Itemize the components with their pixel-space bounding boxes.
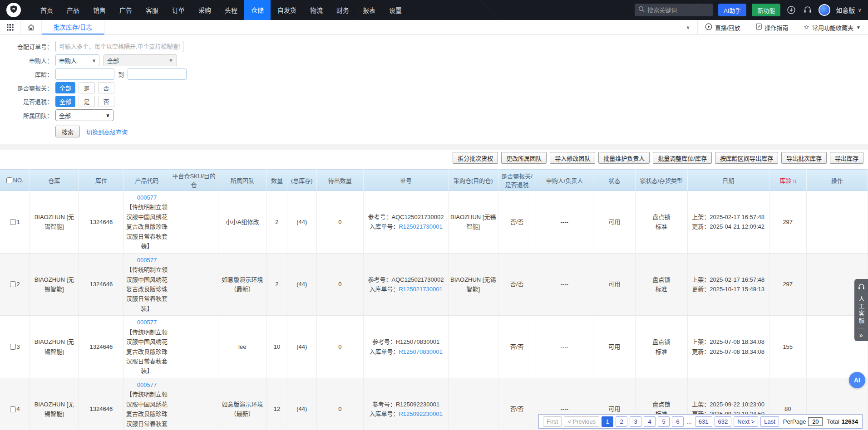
applicant-type-select[interactable]: 申购人∨ (55, 54, 99, 66)
nav-item-10[interactable]: 自发货 (271, 0, 303, 20)
row-select-cell: 2 (0, 253, 30, 316)
tax-no-button[interactable]: 否 (98, 96, 114, 107)
nav-item-14[interactable]: 设置 (382, 0, 409, 20)
order-no-input[interactable] (55, 41, 183, 52)
row-number: 2 (17, 279, 20, 289)
nav-item-8[interactable]: 头程 (218, 0, 244, 20)
stock-type: 标准 (637, 284, 686, 294)
page-button-6[interactable]: 6 (672, 416, 684, 427)
stock-age-min-input[interactable] (55, 68, 114, 80)
reference-no: 参考号：R125092230001 (365, 400, 447, 409)
nav-item-5[interactable]: 客服 (139, 0, 165, 20)
customs-no-button[interactable]: 否 (98, 82, 114, 93)
product-name: 【传统明制立领汉服中国风绣花复古改良版珍珠汉服日常春秋套装】 (125, 202, 168, 251)
tax-yes-button[interactable]: 是 (79, 96, 95, 107)
app-logo[interactable] (6, 3, 21, 17)
col-location: 库位 (79, 170, 124, 191)
select-all-checkbox[interactable] (6, 177, 12, 183)
perpage-input[interactable] (808, 417, 823, 426)
customs-tax-cell: 否/否 (498, 316, 536, 378)
operation-guide-link[interactable]: 操作指南 (748, 20, 796, 34)
prev-page-button[interactable]: < Previous (564, 416, 599, 427)
page-button-632[interactable]: 632 (715, 416, 732, 427)
row-checkbox[interactable] (10, 344, 16, 350)
tab-batch-inventory-log[interactable]: 批次库存/日志 (42, 20, 104, 34)
nav-item-4[interactable]: 广告 (113, 0, 139, 20)
user-avatar[interactable] (819, 4, 830, 16)
search-button[interactable]: 搜索 (55, 126, 80, 137)
next-page-button[interactable]: Next > (734, 416, 758, 427)
toolbar-button-7[interactable]: 导出批次库存 (781, 152, 827, 164)
page-button-5[interactable]: 5 (658, 416, 670, 427)
tax-all-button[interactable]: 全部 (55, 96, 75, 107)
inbound-no-link[interactable]: R125021730001 (399, 286, 442, 293)
inbound-no-link[interactable]: R125021730001 (399, 223, 442, 230)
applicant-value-select[interactable]: 全部▼ (104, 54, 177, 66)
col-total-stock: (总库存) (287, 170, 316, 191)
expand-chevrons-icon[interactable]: » (859, 332, 863, 339)
team-select[interactable]: 全部∨ (55, 109, 113, 121)
product-code-link[interactable]: 000577 (137, 381, 157, 388)
row-checkbox[interactable] (10, 219, 16, 225)
toolbar-button-8[interactable]: 导出库存 (830, 152, 863, 164)
home-icon[interactable] (21, 20, 42, 34)
live-replay-link[interactable]: 直播/回放 (697, 20, 748, 34)
toolbar-button-4[interactable]: 批量维护负责人 (598, 152, 650, 164)
page-button-1[interactable]: 1 (602, 416, 613, 427)
purchase-warehouse-cell (448, 378, 498, 430)
toolbar-button-3[interactable]: 导入修改团队 (550, 152, 595, 164)
lock-type-cell: 盘点锁标准 (636, 253, 687, 316)
nav-item-6[interactable]: 订单 (165, 0, 192, 20)
new-features-button[interactable]: 新功能 (752, 4, 780, 16)
customs-yes-button[interactable]: 是 (79, 82, 95, 93)
nav-item-2[interactable]: 产品 (60, 0, 86, 20)
user-menu[interactable]: 如意版 ∨ (836, 5, 862, 15)
pending-out-cell: 0 (316, 378, 364, 430)
first-page-button[interactable]: First (543, 416, 562, 427)
human-service-tab[interactable]: 人工客服 » (854, 279, 868, 341)
last-page-button[interactable]: Last (760, 416, 779, 427)
global-search[interactable] (635, 4, 713, 16)
nav-item-11[interactable]: 物流 (303, 0, 330, 20)
tax-rebate-label: 是否退税： (0, 97, 55, 106)
search-input[interactable] (647, 7, 706, 14)
product-name: 【传统明制立领汉服中国风绣花复古改良版珍珠汉服日常春秋套装】 (125, 390, 168, 430)
nav-item-3[interactable]: 销售 (86, 0, 113, 20)
col-age-sort[interactable]: 库龄↑↓ (769, 170, 806, 191)
toolbar-button-6[interactable]: 按库龄区间导出库存 (715, 152, 778, 164)
download-icon[interactable] (786, 5, 797, 15)
inbound-no-link[interactable]: R125070830001 (399, 348, 442, 355)
row-checkbox[interactable] (10, 281, 16, 287)
page-button-2[interactable]: 2 (616, 416, 627, 427)
ai-assistant-button[interactable]: AI助手 (718, 4, 746, 16)
nav-item-1[interactable]: 首页 (34, 0, 60, 20)
toolbar-button-2[interactable]: 更改所属团队 (501, 152, 547, 164)
product-code-link[interactable]: 000577 (137, 319, 157, 326)
product-code-link[interactable]: 000577 (137, 257, 157, 264)
nav-item-13[interactable]: 报表 (356, 0, 382, 20)
row-number: 4 (17, 404, 20, 414)
favorites-menu[interactable]: ☆ 常用功能收藏夹 ▼ (796, 20, 868, 34)
toolbar-button-5[interactable]: 批量调整库位/库存 (653, 152, 712, 164)
advanced-search-link[interactable]: 切换到高级查询 (86, 127, 128, 136)
inbound-no-link[interactable]: R125092230001 (399, 410, 442, 417)
col-no: NO. (13, 177, 24, 184)
page-button-4[interactable]: 4 (644, 416, 656, 427)
stock-age-max-input[interactable] (128, 68, 187, 80)
qty-cell: 2 (266, 253, 287, 316)
tabs-collapse-chevron[interactable]: ∨ (679, 20, 697, 34)
nav-item-12[interactable]: 财务 (330, 0, 356, 20)
customs-all-button[interactable]: 全部 (55, 82, 75, 93)
product-code-link[interactable]: 000577 (137, 194, 157, 201)
page-button-3[interactable]: 3 (630, 416, 641, 427)
nav-item-7[interactable]: 采购 (192, 0, 218, 20)
row-checkbox[interactable] (10, 406, 16, 412)
ai-floating-button[interactable]: AI (849, 372, 865, 388)
headset-icon[interactable] (802, 5, 813, 15)
toolbar-button-1[interactable]: 拆分批次货权 (453, 152, 498, 164)
lock-state: 盘点锁 (637, 275, 686, 284)
filter-form: 仓配订单号： 申购人： 申购人∨ 全部▼ 库龄： 到 是否需报关： 全部 是 否 (0, 35, 868, 144)
apps-grid-icon[interactable] (0, 20, 21, 34)
nav-item-9[interactable]: 仓储 (244, 0, 271, 20)
page-button-631[interactable]: 631 (695, 416, 712, 427)
